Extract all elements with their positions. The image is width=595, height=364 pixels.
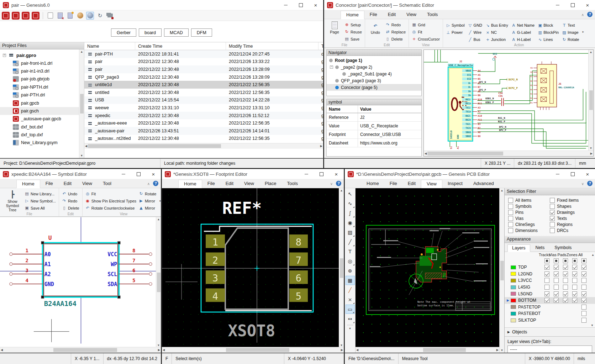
filter-checkbox-item[interactable]: Drawings <box>550 210 591 215</box>
checkbox[interactable] <box>550 198 555 203</box>
help-icon[interactable] <box>587 181 593 186</box>
status-unit[interactable]: mils <box>574 353 595 364</box>
filter-checkbox-item[interactable]: Regions <box>550 222 591 227</box>
action-item[interactable]: ↘ Bus Entry <box>485 22 508 29</box>
3d-board-icon[interactable] <box>86 12 94 20</box>
show-symbol-tree-button[interactable]: ┣ Show Symbol Tree <box>3 190 22 211</box>
layer-row[interactable]: ▶ PASTEBOT <box>505 310 595 317</box>
schematic-canvas[interactable]: J2 USB_C_Receptacle VBUSA4CC1A5CC2B5D-A7… <box>423 49 594 157</box>
tracks-checkbox[interactable] <box>544 278 549 283</box>
ribbon-tab[interactable]: View <box>401 11 422 19</box>
toggle-all-checkbox[interactable] <box>563 258 568 263</box>
all-checkbox[interactable] <box>581 311 586 316</box>
undo-button[interactable]: ↶ Undo <box>368 21 383 42</box>
filter-checkbox-item[interactable]: DRCs <box>550 228 591 233</box>
checkbox[interactable] <box>508 210 513 215</box>
new-symbol-button[interactable]: ▷New Symbol... <box>25 197 56 204</box>
all-checkbox[interactable] <box>581 265 586 270</box>
zones-checkbox[interactable] <box>572 265 577 270</box>
rotate-button[interactable]: ↻Rotate <box>139 190 156 197</box>
action-item[interactable]: ╱ Wire <box>468 29 482 36</box>
action-item[interactable]: ∿ Lines <box>538 36 559 43</box>
fp-vscrollbar[interactable]: ▲ ▼ <box>339 188 344 348</box>
layer-color-swatch[interactable] <box>511 285 516 289</box>
scroll-left-icon[interactable]: ◀ <box>85 144 87 148</box>
fp-hscrollbar[interactable]: ◀ ▶ <box>162 347 344 353</box>
scroll-left-icon[interactable]: ◀ <box>356 348 358 352</box>
grid-tool[interactable]: ▦ <box>346 276 355 285</box>
fit-button[interactable]: ◎Fit <box>412 28 440 35</box>
filter-checkbox-item[interactable]: Fixed items <box>550 198 591 203</box>
maximize-button[interactable] <box>565 169 580 179</box>
overflow-icon[interactable]: ▸ <box>159 199 161 202</box>
sch-titlebar[interactable]: Concector [pair/Concector/] — Schematic … <box>324 0 595 10</box>
footprint-canvas[interactable]: REF* 12348765 XSOT8 ▲ ▼ ◀ ▶ <box>162 188 344 353</box>
save-button[interactable]: ▤Save <box>344 36 362 42</box>
layer-color-swatch[interactable] <box>511 305 516 309</box>
vias-checkbox[interactable] <box>554 265 559 270</box>
redo-button[interactable]: ↷Redo <box>385 21 406 28</box>
sch-vscrollbar[interactable]: ▲ ▼ <box>588 50 593 151</box>
grid-button[interactable]: ▦Grid <box>412 21 440 28</box>
diffpair-tool[interactable]: ∫ <box>346 209 355 218</box>
mirror-h-button[interactable]: ▶Mirror <box>139 197 156 204</box>
ribbon-tab[interactable]: Edit <box>58 180 77 188</box>
layer-row[interactable]: ▶ L2GND <box>505 271 595 278</box>
tree-item[interactable]: _autosave-pair.gpcb <box>0 115 84 123</box>
close-button[interactable] <box>329 169 344 179</box>
filter-checkbox-item[interactable]: Pins <box>508 210 550 215</box>
scroll-up-icon[interactable]: ▲ <box>80 50 83 54</box>
checkbox[interactable] <box>508 222 513 227</box>
fp-titlebar[interactable]: *Genesis:XSOT8 — Footprint Editor <box>162 169 344 179</box>
tracks-checkbox[interactable] <box>544 271 549 276</box>
undo-button[interactable]: ↶Undo <box>62 190 79 197</box>
vias-checkbox[interactable] <box>554 298 559 303</box>
scroll-right-icon[interactable]: ▶ <box>341 348 343 352</box>
mirror-v-button[interactable]: ▲Mirror <box>139 205 156 211</box>
pm-titlebar[interactable]: pair — Genesis6.0 <box>0 0 323 10</box>
navigator-item[interactable]: _page2_Sub1 (page 4) <box>327 70 421 77</box>
delete-button[interactable]: ▯Delete <box>385 36 406 42</box>
page-button[interactable]: Page <box>327 21 342 42</box>
scroll-right-icon[interactable]: ▶ <box>320 144 322 148</box>
scrollbar-thumb[interactable] <box>589 90 593 110</box>
save-all-button[interactable]: ▣Save All <box>25 205 56 211</box>
filter-checkbox-item[interactable]: Texts <box>550 216 591 221</box>
table-row[interactable]: untitled 2022/12/22 12:30:48 2022/12/22 … <box>84 89 323 96</box>
layer-row[interactable]: ▶ TOP <box>505 264 595 271</box>
checkbox[interactable] <box>508 228 513 233</box>
ribbon-tab[interactable]: View <box>77 180 98 188</box>
action-item[interactable]: ▽ GND <box>468 22 482 29</box>
route-tool[interactable]: ∿ <box>346 199 355 208</box>
checkbox[interactable] <box>550 222 555 227</box>
maximize-button[interactable] <box>131 169 146 179</box>
table-hscrollbar[interactable]: ◀ ▶ <box>84 143 323 149</box>
pads-checkbox[interactable] <box>563 271 568 276</box>
tree-item[interactable]: pair-job.gbrjob <box>0 75 84 83</box>
scroll-up-icon[interactable]: ▲ <box>590 50 593 54</box>
overflow-icon[interactable]: ▸ <box>581 30 585 33</box>
vias-checkbox[interactable] <box>554 278 559 283</box>
zones-checkbox[interactable] <box>572 285 577 290</box>
ribbon-tab[interactable]: File <box>40 180 58 188</box>
expand-ribbon-icon[interactable] <box>581 181 584 186</box>
toggle-all-checkbox[interactable] <box>544 258 549 263</box>
ribbon-tab[interactable]: Tools <box>422 11 443 19</box>
setup-button[interactable]: ⊕Setup <box>344 21 362 28</box>
scrollbar-thumb[interactable] <box>88 144 221 148</box>
all-checkbox[interactable] <box>581 298 586 303</box>
scrollbar-thumb[interactable] <box>226 348 289 352</box>
close-button[interactable] <box>580 169 595 179</box>
scrollbar-thumb[interactable] <box>53 348 117 352</box>
rotate-ccw-button[interactable]: ↶Rotate Counterclockwise <box>85 205 136 211</box>
all-checkbox[interactable] <box>581 318 586 323</box>
measure-tool[interactable]: ▭ <box>346 305 355 314</box>
ribbon-tab[interactable]: Advanced <box>468 180 499 188</box>
filter-checkbox-item[interactable]: Symbols <box>508 204 550 209</box>
pads-checkbox[interactable] <box>563 278 568 283</box>
action-item[interactable]: A G-Label <box>511 29 535 36</box>
objects-section[interactable]: Objects <box>505 327 595 336</box>
scroll-down-icon[interactable]: ▼ <box>80 154 83 158</box>
scroll-right-icon[interactable]: ▶ <box>496 348 499 352</box>
ribbon-tab[interactable]: File <box>384 180 402 188</box>
